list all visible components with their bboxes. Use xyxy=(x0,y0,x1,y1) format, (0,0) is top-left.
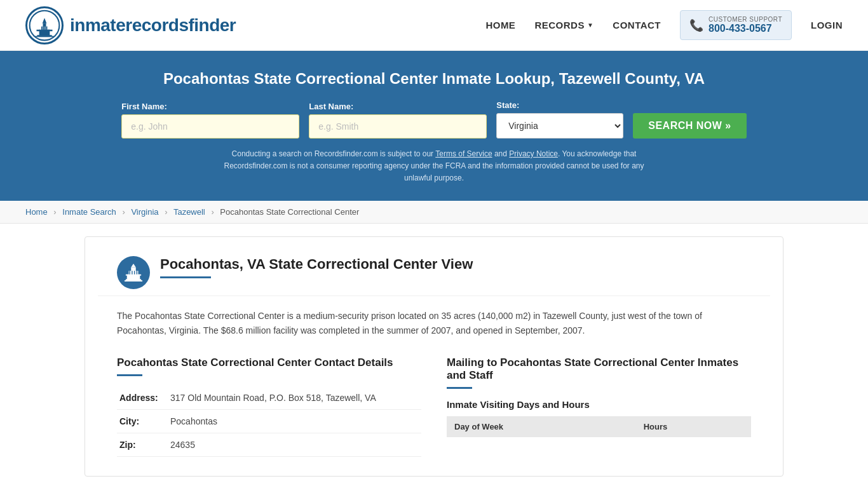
svg-rect-16 xyxy=(126,274,141,275)
mailing-underline xyxy=(447,387,472,389)
nav-contact[interactable]: CONTACT xyxy=(613,20,661,30)
support-box: 📞 CUSTOMER SUPPORT 800-433-0567 xyxy=(680,10,792,40)
svg-marker-15 xyxy=(131,264,135,268)
breadcrumb: Home › Inmate Search › Virginia › Tazewe… xyxy=(0,201,868,224)
first-name-label: First Name: xyxy=(121,102,299,111)
content-body: The Pocahontas State Correctional Center… xyxy=(98,296,770,477)
facility-title-block: Pocahontas, VA State Correctional Center… xyxy=(160,256,751,278)
nav-records[interactable]: RECORDS ▼ xyxy=(534,20,593,30)
contact-details-section: Pocahontas State Correctional Center Con… xyxy=(117,356,421,457)
city-label: City: xyxy=(117,410,168,433)
hero-disclaimer: Conducting a search on Recordsfinder.com… xyxy=(212,148,656,185)
visiting-table-header: Day of Week Hours xyxy=(447,416,751,437)
search-button[interactable]: SEARCH NOW » xyxy=(633,113,746,139)
svg-rect-10 xyxy=(37,35,51,36)
table-row: City: Pocahontas xyxy=(117,410,421,433)
last-name-input[interactable] xyxy=(309,114,487,139)
breadcrumb-sep-3: › xyxy=(165,207,167,217)
logo-icon xyxy=(25,6,64,44)
table-row: Address: 317 Old Mountain Road, P.O. Box… xyxy=(117,386,421,410)
zip-value: 24635 xyxy=(168,433,421,457)
title-underline xyxy=(160,276,211,278)
search-form: First Name: Last Name: State: Virginia A… xyxy=(25,100,843,139)
support-text: CUSTOMER SUPPORT 800-433-0567 xyxy=(709,16,782,34)
contact-underline xyxy=(117,374,142,376)
address-value: 317 Old Mountain Road, P.O. Box 518, Taz… xyxy=(168,386,421,410)
state-label: State: xyxy=(496,100,623,110)
logo-area: inmaterecordsfinder xyxy=(25,6,236,44)
privacy-link[interactable]: Privacy Notice xyxy=(509,149,558,158)
visiting-section-title: Inmate Visiting Days and Hours xyxy=(447,399,751,410)
facility-description: The Pocahontas State Correctional Center… xyxy=(117,309,751,339)
city-value: Pocahontas xyxy=(168,410,421,433)
nav-home[interactable]: HOME xyxy=(485,20,515,30)
svg-rect-8 xyxy=(44,26,46,29)
facility-icon xyxy=(117,256,150,289)
svg-rect-9 xyxy=(46,26,48,29)
svg-rect-20 xyxy=(137,271,137,274)
breadcrumb-sep-4: › xyxy=(211,207,214,217)
col-day: Day of Week xyxy=(447,416,636,437)
hero-section: Pocahontas State Correctional Center Inm… xyxy=(0,51,868,201)
state-group: State: Virginia Alabama Alaska Californi… xyxy=(496,100,623,139)
two-col-layout: Pocahontas State Correctional Center Con… xyxy=(117,356,751,457)
logo-text: inmaterecordsfinder xyxy=(70,15,236,36)
facility-title: Pocahontas, VA State Correctional Center… xyxy=(160,256,751,273)
phone-icon: 📞 xyxy=(689,18,703,32)
mailing-section: Mailing to Pocahontas State Correctional… xyxy=(447,356,751,457)
address-label: Address: xyxy=(117,386,168,410)
svg-rect-5 xyxy=(37,29,53,31)
state-select[interactable]: Virginia Alabama Alaska California xyxy=(496,113,623,139)
terms-link[interactable]: Terms of Service xyxy=(435,149,492,158)
zip-label: Zip: xyxy=(117,433,168,457)
svg-rect-19 xyxy=(134,271,135,274)
breadcrumb-current: Pocahontas State Correctional Center xyxy=(220,207,359,217)
breadcrumb-sep-1: › xyxy=(53,207,56,217)
col-hours: Hours xyxy=(636,416,751,437)
svg-rect-22 xyxy=(125,280,142,281)
visiting-table: Day of Week Hours xyxy=(447,416,751,437)
svg-rect-21 xyxy=(126,279,141,280)
first-name-group: First Name: xyxy=(121,102,299,139)
chevron-down-icon: ▼ xyxy=(587,22,593,29)
main-content: Pocahontas, VA State Correctional Center… xyxy=(85,236,783,477)
last-name-group: Last Name: xyxy=(309,102,487,139)
svg-rect-18 xyxy=(132,271,132,274)
contact-table: Address: 317 Old Mountain Road, P.O. Box… xyxy=(117,386,421,457)
svg-rect-7 xyxy=(43,26,44,29)
svg-rect-17 xyxy=(129,271,130,274)
breadcrumb-home[interactable]: Home xyxy=(25,207,48,217)
breadcrumb-inmate-search[interactable]: Inmate Search xyxy=(62,207,116,217)
last-name-label: Last Name: xyxy=(309,102,487,111)
svg-rect-6 xyxy=(40,26,41,29)
nav-login[interactable]: LOGIN xyxy=(811,20,843,30)
svg-marker-4 xyxy=(43,18,47,23)
first-name-input[interactable] xyxy=(121,114,299,139)
header: inmaterecordsfinder HOME RECORDS ▼ CONTA… xyxy=(0,0,868,51)
mailing-section-title: Mailing to Pocahontas State Correctional… xyxy=(447,356,751,382)
breadcrumb-sep-2: › xyxy=(122,207,125,217)
hero-title: Pocahontas State Correctional Center Inm… xyxy=(25,70,843,88)
main-nav: HOME RECORDS ▼ CONTACT 📞 CUSTOMER SUPPOR… xyxy=(485,10,843,40)
breadcrumb-virginia[interactable]: Virginia xyxy=(131,207,158,217)
breadcrumb-tazewell[interactable]: Tazewell xyxy=(173,207,205,217)
svg-rect-11 xyxy=(35,36,54,37)
content-header: Pocahontas, VA State Correctional Center… xyxy=(98,237,770,296)
table-row: Zip: 24635 xyxy=(117,433,421,457)
contact-section-title: Pocahontas State Correctional Center Con… xyxy=(117,356,421,369)
